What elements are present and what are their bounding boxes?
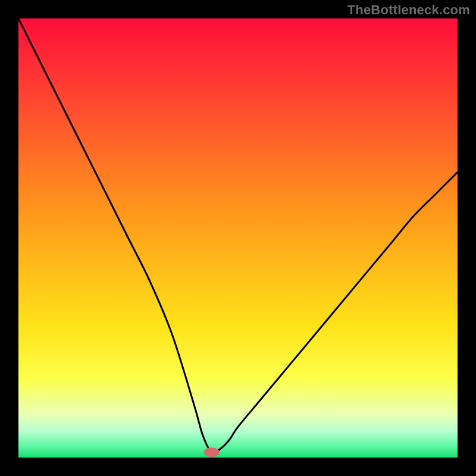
bottleneck-plot <box>18 18 458 458</box>
minimum-marker <box>204 447 220 457</box>
gradient-background <box>18 18 458 458</box>
watermark-text: TheBottleneck.com <box>347 2 470 18</box>
chart-frame: TheBottleneck.com <box>0 0 476 476</box>
